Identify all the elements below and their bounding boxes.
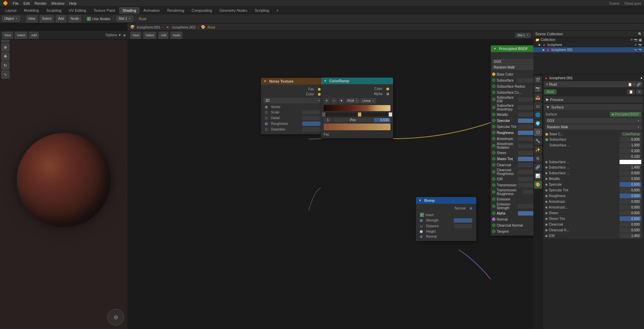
slot-dropdown[interactable]: Slot 1 ▼ bbox=[116, 16, 133, 21]
bump-norm-in-socket[interactable] bbox=[420, 235, 423, 238]
ne-add-btn[interactable]: Add bbox=[158, 32, 168, 39]
preview-header[interactable]: ▶ Preview bbox=[544, 96, 643, 103]
bsdf-specular-value[interactable] bbox=[518, 119, 533, 123]
tab-texture-paint[interactable]: Texture Paint bbox=[90, 7, 118, 14]
options-label[interactable]: Options ▼ bbox=[106, 33, 121, 37]
cr-gradient[interactable] bbox=[324, 105, 390, 111]
bsdf-transrough-value[interactable] bbox=[523, 190, 533, 194]
props-tab-data[interactable]: 📊 bbox=[534, 172, 542, 180]
bsdf-ss-socket[interactable] bbox=[492, 79, 495, 82]
bsdf-ior-value[interactable] bbox=[518, 177, 533, 181]
bsdf-spectint-socket[interactable] bbox=[492, 125, 495, 128]
prop-spectint-socket[interactable] bbox=[545, 189, 547, 191]
breadcrumb-item-3[interactable]: Rust bbox=[208, 25, 215, 29]
bsdf-aniso-value[interactable] bbox=[518, 137, 533, 141]
use-nodes-checkbox[interactable]: ✓ bbox=[87, 17, 91, 21]
ne-select-btn[interactable]: Select bbox=[143, 32, 156, 39]
bsdf-alpha-socket[interactable] bbox=[492, 211, 495, 215]
ne-view-btn[interactable]: View bbox=[130, 32, 141, 39]
outliner-filter[interactable]: 🔍 bbox=[638, 32, 642, 36]
cr-menu-btn[interactable]: ▼ bbox=[338, 98, 344, 104]
menu-window[interactable]: Window bbox=[51, 1, 64, 5]
tab-shading[interactable]: Shading bbox=[119, 7, 139, 14]
bsdf-sheentint-value[interactable] bbox=[518, 157, 533, 161]
noise-collapse-btn[interactable]: ▼ bbox=[264, 80, 267, 83]
bsdf-anisorot-socket[interactable] bbox=[492, 144, 495, 147]
noise-type-dropdown[interactable]: 3D ▼ bbox=[264, 98, 322, 103]
viewport-add-btn[interactable]: Add bbox=[29, 32, 39, 39]
prop-spectint-value[interactable] bbox=[620, 188, 641, 193]
bsdf-ss-value[interactable] bbox=[518, 78, 533, 83]
bsdf-emisstr-value[interactable] bbox=[518, 204, 533, 208]
bump-height-socket[interactable] bbox=[420, 230, 423, 233]
prop-specular-socket[interactable] bbox=[545, 184, 547, 186]
prop-basecolor-value[interactable]: ColorRamp bbox=[621, 132, 641, 136]
cr-rgb-dropdown[interactable]: RGB ▼ bbox=[346, 98, 359, 103]
tab-uv-editing[interactable]: UV Editing bbox=[65, 7, 90, 14]
cr-stop-3[interactable] bbox=[389, 112, 392, 116]
bump-collapse-btn[interactable]: ▼ bbox=[419, 199, 422, 202]
props-tab-scene[interactable]: 🎬 bbox=[534, 76, 542, 84]
tool-rotate[interactable]: ↻ bbox=[1, 61, 9, 69]
noise-detail-input[interactable]: 15.000 bbox=[302, 116, 321, 120]
breadcrumb-item-1[interactable]: Icosphere.001 bbox=[137, 25, 160, 29]
bsdf-tangent-socket[interactable] bbox=[492, 230, 495, 233]
use-nodes-toggle[interactable]: ✓ Use Nodes bbox=[87, 17, 110, 21]
prop-cc-socket[interactable] bbox=[545, 224, 547, 226]
cr-stop-2[interactable] bbox=[358, 112, 361, 116]
prop-ssr-value3[interactable] bbox=[620, 154, 641, 159]
tool-scale[interactable]: ⤡ bbox=[1, 70, 9, 79]
view-button[interactable]: View bbox=[26, 15, 38, 22]
props-tab-physics[interactable]: ⚙ bbox=[534, 154, 542, 162]
outliner-collection[interactable]: 📁 Collection 👁 📷 ⬤ bbox=[533, 37, 644, 42]
bump-normal-socket[interactable] bbox=[470, 207, 472, 210]
bsdf-trans-socket[interactable] bbox=[492, 183, 495, 187]
material-copy-btn[interactable]: 📋 bbox=[627, 89, 635, 94]
bsdf-sheen-value[interactable] bbox=[518, 151, 533, 155]
material-delete-btn[interactable]: ✕ bbox=[636, 89, 643, 94]
ne-node-btn[interactable]: Node bbox=[170, 32, 182, 39]
prop-metallic-value[interactable] bbox=[620, 176, 641, 181]
cr-alpha-socket[interactable] bbox=[386, 93, 389, 95]
menu-render[interactable]: Render bbox=[35, 1, 47, 5]
prop-aniso-socket[interactable] bbox=[545, 201, 547, 203]
material-slot-name[interactable]: Rust bbox=[549, 82, 627, 86]
bsdf-specular-socket[interactable] bbox=[492, 119, 495, 122]
cr-add-stop[interactable]: + bbox=[324, 98, 330, 104]
cr-color-preview[interactable] bbox=[324, 124, 390, 130]
bsdf-ccrough-socket[interactable] bbox=[492, 170, 495, 174]
props-tab-view[interactable]: 🗂 bbox=[534, 102, 542, 110]
bsdf-spectint-value[interactable] bbox=[518, 125, 533, 129]
bsdf-basecolor-socket[interactable] bbox=[492, 73, 495, 76]
bsdf-anisorot-value[interactable] bbox=[518, 144, 533, 148]
menu-file[interactable]: File bbox=[13, 1, 19, 5]
bsdf-ccrough-value[interactable] bbox=[518, 170, 533, 174]
bsdf-ior-socket[interactable] bbox=[492, 177, 495, 181]
bsdf-emission-socket[interactable] bbox=[492, 197, 495, 201]
prop-rough-value[interactable] bbox=[620, 193, 641, 198]
props-tab-constraints[interactable]: 🔗 bbox=[534, 163, 542, 171]
bsdf-ssior-value[interactable] bbox=[518, 97, 533, 102]
bsdf-sheentint-socket[interactable] bbox=[492, 157, 495, 160]
prop-metallic-socket[interactable] bbox=[545, 178, 547, 180]
menu-edit[interactable]: Edit bbox=[23, 1, 30, 5]
cr-pos-label-btn[interactable]: Pos bbox=[333, 118, 372, 122]
prop-ccrough-socket[interactable] bbox=[545, 229, 547, 231]
tab-compositing[interactable]: Compositing bbox=[188, 7, 215, 14]
bsdf-ccnormal-socket[interactable] bbox=[492, 224, 495, 227]
cr-pos-value[interactable]: 0.536 bbox=[374, 118, 390, 122]
bsdf-sheen-socket[interactable] bbox=[492, 151, 495, 154]
prop-cc-value[interactable] bbox=[620, 222, 641, 227]
prop-sheen-socket[interactable] bbox=[545, 212, 547, 214]
prop-basecolor-socket[interactable] bbox=[545, 133, 548, 136]
tab-animation[interactable]: Animation bbox=[140, 7, 163, 14]
bsdf-ssr-socket[interactable] bbox=[492, 85, 495, 88]
prop-aniso-value[interactable] bbox=[620, 199, 641, 204]
bsdf-cc-value[interactable] bbox=[518, 163, 533, 167]
surface-shader-btn[interactable]: Principled BSDF bbox=[610, 112, 641, 117]
viewport-select-btn[interactable]: Select bbox=[14, 32, 28, 39]
prop-ss-socket[interactable] bbox=[545, 138, 548, 141]
prop-ior-value[interactable] bbox=[620, 233, 641, 238]
prop-sheen-value[interactable] bbox=[620, 210, 641, 216]
bsdf-alpha-value[interactable] bbox=[518, 211, 533, 216]
